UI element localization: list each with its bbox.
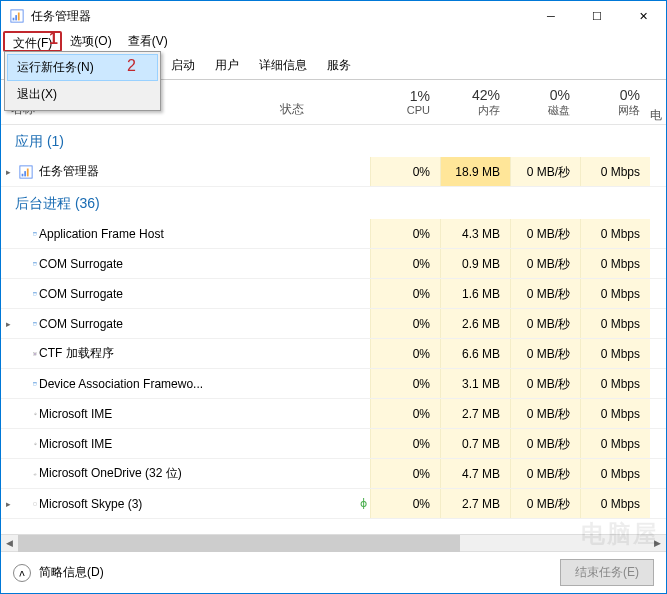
- process-icon: [15, 317, 37, 331]
- process-row[interactable]: CTF 加载程序0%6.6 MB0 MB/秒0 Mbps: [1, 339, 666, 369]
- expand-icon[interactable]: ▸: [1, 319, 15, 329]
- minimize-button[interactable]: ─: [528, 1, 574, 31]
- tab-startup[interactable]: 启动: [161, 52, 205, 79]
- process-icon: [15, 377, 37, 391]
- process-icon: [15, 257, 37, 271]
- disk-cell: 0 MB/秒: [510, 369, 580, 398]
- memory-cell: 1.6 MB: [440, 279, 510, 308]
- disk-cell: 0 MB/秒: [510, 459, 580, 488]
- tab-users[interactable]: 用户: [205, 52, 249, 79]
- horizontal-scrollbar[interactable]: ◀ ▶: [1, 534, 666, 551]
- network-cell: 0 Mbps: [580, 429, 650, 458]
- process-icon: 中: [15, 407, 37, 421]
- disk-cell: 0 MB/秒: [510, 489, 580, 518]
- process-name: Device Association Framewo...: [37, 377, 356, 391]
- process-name: COM Surrogate: [37, 257, 356, 271]
- cpu-cell: 0%: [370, 399, 440, 428]
- memory-cell: 2.7 MB: [440, 399, 510, 428]
- maximize-button[interactable]: ☐: [574, 1, 620, 31]
- process-name: 任务管理器: [37, 163, 356, 180]
- memory-cell: 4.7 MB: [440, 459, 510, 488]
- disk-cell: 0 MB/秒: [510, 219, 580, 248]
- scroll-thumb[interactable]: [18, 535, 460, 552]
- memory-cell: 2.7 MB: [440, 489, 510, 518]
- scroll-left-icon[interactable]: ◀: [1, 538, 18, 548]
- disk-cell: 0 MB/秒: [510, 249, 580, 278]
- disk-cell: 0 MB/秒: [510, 157, 580, 186]
- process-name: Microsoft OneDrive (32 位): [37, 465, 356, 482]
- memory-cell: 4.3 MB: [440, 219, 510, 248]
- file-dropdown: 运行新任务(N) 退出(X): [4, 51, 161, 111]
- header-cpu[interactable]: 1% CPU: [370, 80, 440, 124]
- scroll-right-icon[interactable]: ▶: [649, 538, 666, 548]
- disk-cell: 0 MB/秒: [510, 429, 580, 458]
- end-task-button[interactable]: 结束任务(E): [560, 559, 654, 586]
- process-icon: [15, 497, 37, 511]
- titlebar[interactable]: 任务管理器 ─ ☐ ✕: [1, 1, 666, 31]
- process-row[interactable]: 中Microsoft IME0%2.7 MB0 MB/秒0 Mbps: [1, 399, 666, 429]
- disk-cell: 0 MB/秒: [510, 309, 580, 338]
- svg-rect-6: [24, 171, 26, 176]
- header-status[interactable]: 状态: [280, 80, 370, 124]
- process-row[interactable]: Microsoft OneDrive (32 位)0%4.7 MB0 MB/秒0…: [1, 459, 666, 489]
- menu-options[interactable]: 选项(O): [62, 31, 119, 52]
- tab-services[interactable]: 服务: [317, 52, 361, 79]
- process-row[interactable]: COM Surrogate0%1.6 MB0 MB/秒0 Mbps: [1, 279, 666, 309]
- svg-rect-5: [22, 173, 24, 176]
- menu-exit[interactable]: 退出(X): [7, 81, 158, 108]
- network-cell: 0 Mbps: [580, 309, 650, 338]
- memory-cell: 0.7 MB: [440, 429, 510, 458]
- taskmgr-icon: [9, 8, 25, 24]
- svg-rect-24: [34, 503, 36, 505]
- process-row[interactable]: 中Microsoft IME0%0.7 MB0 MB/秒0 Mbps: [1, 429, 666, 459]
- process-name: COM Surrogate: [37, 317, 356, 331]
- header-memory[interactable]: 42% 内存: [440, 80, 510, 124]
- tab-details[interactable]: 详细信息: [249, 52, 317, 79]
- memory-cell: 2.6 MB: [440, 309, 510, 338]
- close-button[interactable]: ✕: [620, 1, 666, 31]
- disk-cell: 0 MB/秒: [510, 339, 580, 368]
- network-cell: 0 Mbps: [580, 369, 650, 398]
- cpu-cell: 0%: [370, 339, 440, 368]
- expand-icon[interactable]: ▸: [1, 167, 15, 177]
- annotation-2: 2: [127, 57, 136, 75]
- task-manager-window: 任务管理器 ─ ☐ ✕ 文件(F) 选项(O) 查看(V) 1 运行新任务(N)…: [0, 0, 667, 594]
- fewer-details-link[interactable]: 简略信息(D): [39, 564, 104, 581]
- cpu-cell: 0%: [370, 429, 440, 458]
- process-row[interactable]: Device Association Framewo...0%3.1 MB0 M…: [1, 369, 666, 399]
- cpu-cell: 0%: [370, 219, 440, 248]
- svg-rect-7: [27, 168, 29, 176]
- svg-rect-1: [13, 18, 15, 21]
- network-cell: 0 Mbps: [580, 489, 650, 518]
- disk-cell: 0 MB/秒: [510, 399, 580, 428]
- process-row[interactable]: ▸任务管理器0%18.9 MB0 MB/秒0 Mbps: [1, 157, 666, 187]
- process-name: CTF 加载程序: [37, 345, 356, 362]
- menu-view[interactable]: 查看(V): [120, 31, 176, 52]
- cpu-cell: 0%: [370, 369, 440, 398]
- process-icon: [15, 165, 37, 179]
- menubar: 文件(F) 选项(O) 查看(V): [1, 31, 666, 52]
- svg-rect-3: [18, 13, 20, 21]
- disk-cell: 0 MB/秒: [510, 279, 580, 308]
- memory-cell: 18.9 MB: [440, 157, 510, 186]
- process-icon: [15, 227, 37, 241]
- footer: ʌ 简略信息(D) 结束任务(E): [1, 551, 666, 593]
- process-row[interactable]: COM Surrogate0%0.9 MB0 MB/秒0 Mbps: [1, 249, 666, 279]
- expand-icon[interactable]: ▸: [1, 499, 15, 509]
- cpu-cell: 0%: [370, 157, 440, 186]
- group-background: 后台进程 (36): [1, 187, 666, 219]
- process-row[interactable]: Application Frame Host0%4.3 MB0 MB/秒0 Mb…: [1, 219, 666, 249]
- memory-cell: 6.6 MB: [440, 339, 510, 368]
- header-disk[interactable]: 0% 磁盘: [510, 80, 580, 124]
- process-row[interactable]: ▸Microsoft Skype (3)ϕ0%2.7 MB0 MB/秒0 Mbp…: [1, 489, 666, 519]
- header-network[interactable]: 0% 网络: [580, 80, 650, 124]
- network-cell: 0 Mbps: [580, 279, 650, 308]
- cpu-cell: 0%: [370, 489, 440, 518]
- network-cell: 0 Mbps: [580, 339, 650, 368]
- header-extra[interactable]: 电: [650, 80, 666, 124]
- chevron-up-icon[interactable]: ʌ: [13, 564, 31, 582]
- process-row[interactable]: ▸COM Surrogate0%2.6 MB0 MB/秒0 Mbps: [1, 309, 666, 339]
- process-name: Microsoft IME: [37, 407, 356, 421]
- group-apps: 应用 (1): [1, 125, 666, 157]
- process-list[interactable]: 应用 (1)▸任务管理器0%18.9 MB0 MB/秒0 Mbps后台进程 (3…: [1, 125, 666, 534]
